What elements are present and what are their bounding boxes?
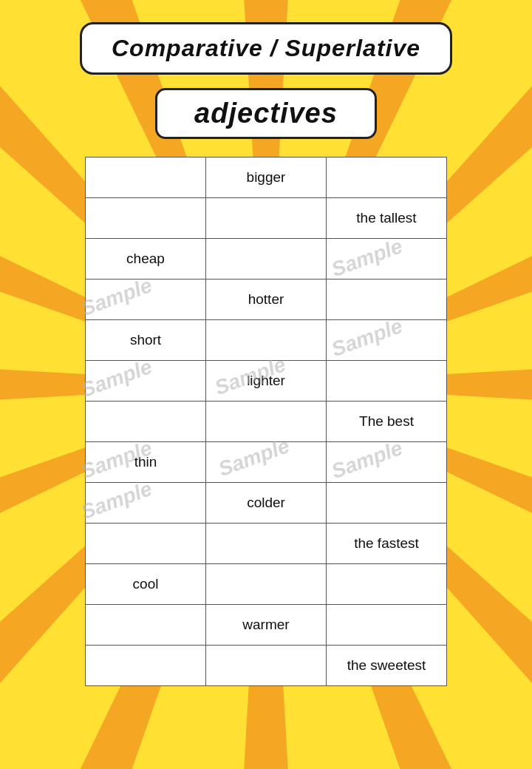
table-row: the fastest <box>86 524 447 564</box>
cell-r5-c1: lighterSample <box>206 361 327 402</box>
cell-r6-c2: The best <box>327 402 447 442</box>
cell-r2-c2: Sample <box>327 239 447 280</box>
cell-r12-c1 <box>206 646 327 686</box>
cell-r4-c1 <box>206 320 327 361</box>
cell-r9-c2: the fastest <box>327 524 447 564</box>
table-row: the sweetest <box>86 646 447 686</box>
cell-r4-c0: short <box>86 320 206 361</box>
main-title: Comparative / Superlative <box>80 22 452 75</box>
table-row: Samplehotter <box>86 280 447 320</box>
cell-r3-c2 <box>327 280 447 320</box>
cell-r7-c0: thinSample <box>86 442 206 483</box>
cell-r10-c2 <box>327 564 447 605</box>
table-row: SamplelighterSample <box>86 361 447 402</box>
cell-r5-c0: Sample <box>86 361 206 402</box>
cell-r5-c2 <box>327 361 447 402</box>
table-row: thinSampleSampleSample <box>86 442 447 483</box>
cell-r0-c0 <box>86 157 206 198</box>
cell-r8-c2 <box>327 483 447 524</box>
cell-r7-c2: Sample <box>327 442 447 483</box>
cell-r7-c1: Sample <box>206 442 327 483</box>
table-row: the tallest <box>86 198 447 239</box>
cell-r10-c1 <box>206 564 327 605</box>
table-row: bigger <box>86 157 447 198</box>
cell-r11-c1: warmer <box>206 605 327 646</box>
table-row: cheapSample <box>86 239 447 280</box>
cell-r3-c0: Sample <box>86 280 206 320</box>
cell-r6-c1 <box>206 402 327 442</box>
adjectives-table: biggerthe tallestcheapSampleSamplehotter… <box>85 157 447 686</box>
cell-r0-c1: bigger <box>206 157 327 198</box>
cell-r4-c2: Sample <box>327 320 447 361</box>
cell-r1-c2: the tallest <box>327 198 447 239</box>
cell-r1-c0 <box>86 198 206 239</box>
cell-r11-c0 <box>86 605 206 646</box>
cell-r3-c1: hotter <box>206 280 327 320</box>
cell-r9-c0 <box>86 524 206 564</box>
subtitle: adjectives <box>155 88 377 139</box>
cell-r0-c2 <box>327 157 447 198</box>
cell-r1-c1 <box>206 198 327 239</box>
cell-r12-c2: the sweetest <box>327 646 447 686</box>
cell-r8-c1: colder <box>206 483 327 524</box>
table-row: warmer <box>86 605 447 646</box>
cell-r10-c0: cool <box>86 564 206 605</box>
table-row: Samplecolder <box>86 483 447 524</box>
cell-r8-c0: Sample <box>86 483 206 524</box>
cell-r6-c0 <box>86 402 206 442</box>
cell-r2-c0: cheap <box>86 239 206 280</box>
cell-r2-c1 <box>206 239 327 280</box>
cell-r9-c1 <box>206 524 327 564</box>
table-row: cool <box>86 564 447 605</box>
table-row: shortSample <box>86 320 447 361</box>
cell-r11-c2 <box>327 605 447 646</box>
cell-r12-c0 <box>86 646 206 686</box>
table-row: The best <box>86 402 447 442</box>
